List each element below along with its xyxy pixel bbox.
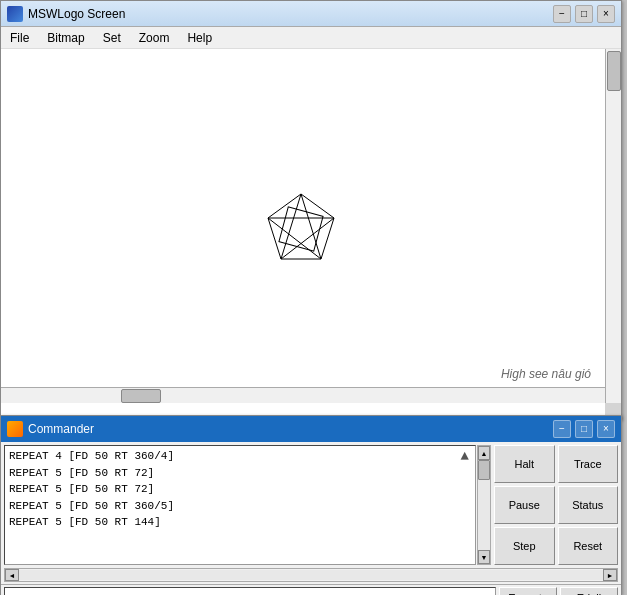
code-hscrollbar[interactable]: ◄ ► — [4, 568, 618, 582]
screen-title-controls: − □ × — [553, 5, 615, 23]
edall-button[interactable]: Edall — [560, 587, 618, 595]
screen-app-icon — [7, 6, 23, 22]
hscroll-left[interactable]: ◄ — [5, 569, 19, 581]
scroll-up-indicator: ▲ — [461, 448, 469, 464]
reset-button[interactable]: Reset — [558, 527, 619, 565]
code-line-3: REPEAT 5 [FD 50 RT 72] — [9, 481, 471, 498]
code-scroll-track[interactable] — [478, 460, 490, 550]
commander-app-icon — [7, 421, 23, 437]
canvas-area: High see nâu gió — [1, 49, 621, 399]
input-row: Execute Edall — [1, 584, 621, 595]
command-input[interactable] — [4, 587, 496, 595]
code-scroll-thumb[interactable] — [478, 460, 490, 480]
screen-maximize-button[interactable]: □ — [575, 5, 593, 23]
trace-button[interactable]: Trace — [558, 445, 619, 483]
code-display[interactable]: REPEAT 4 [FD 50 RT 360/4] REPEAT 5 [FD 5… — [4, 445, 476, 565]
pause-button[interactable]: Pause — [494, 486, 555, 524]
svg-marker-0 — [268, 194, 334, 259]
step-button[interactable]: Step — [494, 527, 555, 565]
star-drawing — [261, 189, 341, 269]
screen-minimize-button[interactable]: − — [553, 5, 571, 23]
code-line-2: REPEAT 5 [FD 50 RT 72] — [9, 465, 471, 482]
svg-line-4 — [281, 218, 334, 259]
commander-window: Commander − □ × REPEAT 4 [FD 50 RT 360/4… — [0, 415, 622, 595]
screen-window: MSWLogo Screen − □ × File Bitmap Set Zoo… — [0, 0, 622, 420]
menu-help[interactable]: Help — [184, 30, 215, 46]
hscroll-right[interactable]: ► — [603, 569, 617, 581]
screen-hscrollbar[interactable] — [1, 387, 605, 403]
menu-zoom[interactable]: Zoom — [136, 30, 173, 46]
partial-text: High see nâu gió — [501, 367, 591, 381]
screen-hscroll-thumb[interactable] — [121, 389, 161, 403]
commander-title-controls: − □ × — [553, 420, 615, 438]
code-vscrollbar[interactable]: ▲ ▼ — [477, 445, 491, 565]
commander-maximize-button[interactable]: □ — [575, 420, 593, 438]
code-line-4: REPEAT 5 [FD 50 RT 360/5] — [9, 498, 471, 515]
commander-title-bar: Commander − □ × — [1, 416, 621, 442]
commander-title-text: Commander — [28, 422, 553, 436]
screen-vscrollbar[interactable] — [605, 49, 621, 403]
code-scroll-down[interactable]: ▼ — [478, 550, 490, 564]
code-line-5: REPEAT 5 [FD 50 RT 144] — [9, 514, 471, 531]
screen-close-button[interactable]: × — [597, 5, 615, 23]
screen-title-text: MSWLogo Screen — [28, 7, 553, 21]
svg-line-5 — [281, 194, 301, 259]
code-scroll-up[interactable]: ▲ — [478, 446, 490, 460]
menu-file[interactable]: File — [7, 30, 32, 46]
execute-button[interactable]: Execute — [499, 587, 557, 595]
halt-button[interactable]: Halt — [494, 445, 555, 483]
buttons-panel: Halt Trace Pause Status Step Reset — [491, 442, 621, 568]
status-button[interactable]: Status — [558, 486, 619, 524]
svg-line-2 — [268, 218, 321, 259]
menu-bitmap[interactable]: Bitmap — [44, 30, 87, 46]
code-line-1: REPEAT 4 [FD 50 RT 360/4] — [9, 448, 471, 465]
svg-line-1 — [301, 194, 321, 259]
screen-title-bar: MSWLogo Screen − □ × — [1, 1, 621, 27]
commander-body: REPEAT 4 [FD 50 RT 360/4] REPEAT 5 [FD 5… — [1, 442, 621, 568]
commander-minimize-button[interactable]: − — [553, 420, 571, 438]
screen-vscroll-thumb[interactable] — [607, 51, 621, 91]
commander-close-button[interactable]: × — [597, 420, 615, 438]
menu-set[interactable]: Set — [100, 30, 124, 46]
screen-menu-bar: File Bitmap Set Zoom Help — [1, 27, 621, 49]
hscroll-track[interactable] — [19, 570, 603, 580]
